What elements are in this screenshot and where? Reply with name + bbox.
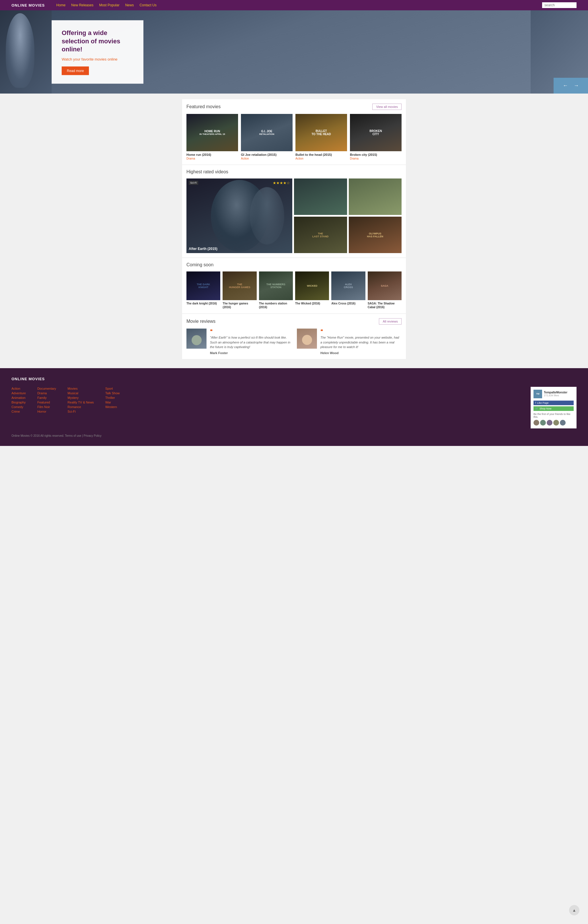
footer-link-war[interactable]: War <box>105 401 120 404</box>
shop-icon: 🛒 <box>535 407 539 410</box>
footer-link-western[interactable]: Western <box>105 405 120 409</box>
coming-title-0: The dark knight (2016) <box>186 302 220 305</box>
coming-poster-5: SAGA <box>368 271 402 300</box>
fb-label: Like Page <box>537 401 549 404</box>
footer-mini-avatars <box>534 420 574 426</box>
shop-now-bar[interactable]: 🛒 Shop Now <box>534 406 574 411</box>
footer: ONLINE MOVIES Action Adventure Animation… <box>0 368 588 446</box>
footer-link-comedy[interactable]: Comedy <box>12 405 26 409</box>
coming-title-3: The Wicked (2016) <box>295 302 329 305</box>
footer-link-drama[interactable]: Drama <box>37 391 56 395</box>
mini-avatar-2 <box>540 420 546 426</box>
reviews-grid: ❝ "After Earth" is how a perfect sci-fi … <box>186 328 402 355</box>
hero-next-button[interactable]: → <box>574 82 579 89</box>
highest-rated-title: Highest rated videos <box>186 169 228 175</box>
coming-soon-grid: THE DARKKNIGHT The dark knight (2016) TH… <box>186 271 402 309</box>
coming-card-3[interactable]: WICKED The Wicked (2016) <box>295 271 329 309</box>
poster-text-bullet: BULLETTO THE HEAD <box>295 114 347 151</box>
review-text-1: The "Home Run" movie, presented on your … <box>320 335 402 350</box>
footer-link-reality[interactable]: Reality TV & News <box>68 401 94 404</box>
movie-card-broken[interactable]: BROKENCITY Broken city (2015) Drama <box>350 114 402 160</box>
hero-content-box: Offering a wide selection of movies onli… <box>52 20 143 84</box>
footer-link-action[interactable]: Action <box>12 387 26 390</box>
footer-link-romance[interactable]: Romance <box>68 405 94 409</box>
footer-link-animation[interactable]: Animation <box>12 396 26 399</box>
hero-prev-button[interactable]: ← <box>563 82 568 89</box>
footer-content: Action Adventure Animation Biography Com… <box>12 387 576 429</box>
coming-title-5: SAGA: The Shadow Cabal (2016) <box>368 302 402 309</box>
movie-title-broken: Broken city (2015) <box>350 153 402 157</box>
nav-contact[interactable]: Contact Us <box>139 3 156 7</box>
header: ONLINE MOVIES Home New Releases Most Pop… <box>0 0 588 10</box>
highest-rated-header: Highest rated videos <box>186 169 402 175</box>
nav-news[interactable]: News <box>125 3 133 7</box>
movie-poster-bullet: BULLETTO THE HEAD <box>295 114 347 151</box>
rated-small-card-1[interactable]: ★★★★★ <box>294 178 347 215</box>
view-all-movies-button[interactable]: View all movies <box>372 104 402 110</box>
footer-link-thriller[interactable]: Thriller <box>105 396 120 399</box>
footer-link-mystery[interactable]: Mystery <box>68 396 94 399</box>
review-content-1: ❝ The "Home Run" movie, presented on you… <box>320 328 402 355</box>
rated-small-card-2[interactable] <box>349 178 402 215</box>
coming-poster-1: THEHUNGER GAMES <box>222 271 257 300</box>
facebook-like-bar[interactable]: f Like Page <box>534 401 574 405</box>
hero-read-more-button[interactable]: Read more <box>62 66 89 75</box>
footer-col-3: Sport Talk Show Thriller War Western <box>105 387 120 429</box>
hero-title: Offering a wide selection of movies onli… <box>62 29 133 54</box>
footer-link-family[interactable]: Family <box>37 396 56 399</box>
nav-most-popular[interactable]: Most Popular <box>99 3 120 7</box>
coming-title-4: Alex Cross (2016) <box>331 302 365 305</box>
footer-link-musical[interactable]: Musical <box>68 391 94 395</box>
review-card-1: ❝ The "Home Run" movie, presented on you… <box>297 328 402 355</box>
review-content-0: ❝ "After Earth" is how a perfect sci-fi … <box>210 328 291 355</box>
rated-large-card[interactable]: Sci-Fi ★★★★☆ After Earth (2015) Sci-Fi ★… <box>186 178 292 253</box>
review-avatar-1 <box>297 328 317 349</box>
footer-link-scifi[interactable]: Sci-Fi <box>68 410 94 413</box>
footer-link-talk-show[interactable]: Talk Show <box>105 391 120 395</box>
all-reviews-button[interactable]: All reviews <box>379 318 402 325</box>
footer-link-horror[interactable]: Horror <box>37 410 56 413</box>
nav-home[interactable]: Home <box>56 3 65 7</box>
featured-title: Featured movies <box>186 104 221 109</box>
coming-card-0[interactable]: THE DARKKNIGHT The dark knight (2016) <box>186 271 220 309</box>
fb-icon: f <box>535 401 536 404</box>
rated-grid: Sci-Fi ★★★★☆ After Earth (2015) Sci-Fi ★… <box>186 178 402 253</box>
rated-small-card-4[interactable]: OLYMPUSHAS FALLEN <box>349 217 402 253</box>
rated-genre-label-overlay: Sci-Fi <box>189 181 198 185</box>
movie-card-gijoe[interactable]: G.I. JOERETALIATION GI Joe retaliation (… <box>241 114 293 160</box>
coming-soon-section: Coming soon THE DARKKNIGHT The dark knig… <box>182 258 406 314</box>
widget-friends-text: Be the first of your friends to like thi… <box>534 412 574 418</box>
highest-rated-section: Highest rated videos Sci-Fi ★★★★☆ After … <box>182 165 406 257</box>
hero-subtitle: Watch your favorite movies online <box>62 57 133 61</box>
nav-new-releases[interactable]: New Releases <box>71 3 93 7</box>
movie-genre-bullet: Action <box>295 157 347 160</box>
reviews-header: Movie reviews All reviews <box>186 318 402 325</box>
coming-card-1[interactable]: THEHUNGER GAMES The hunger games (2016) <box>222 271 257 309</box>
footer-link-crime[interactable]: Crime <box>12 410 26 413</box>
coming-title-1: The hunger games (2016) <box>222 302 257 309</box>
movie-card-homerun[interactable]: HOME RUNIN THEATERS APRIL 19 Home run (2… <box>186 114 238 160</box>
footer-link-featured[interactable]: Featured <box>37 401 56 404</box>
poster-text-homerun: HOME RUNIN THEATERS APRIL 19 <box>186 114 238 151</box>
reviews-section: Movie reviews All reviews ❝ "After Earth… <box>182 314 406 359</box>
coming-soon-title: Coming soon <box>186 262 213 267</box>
coming-card-5[interactable]: SAGA SAGA: The Shadow Cabal (2016) <box>368 271 402 309</box>
search-input[interactable] <box>542 2 576 8</box>
footer-logo: ONLINE MOVIES <box>12 377 576 381</box>
coming-poster-4: ALEXCROSS <box>331 271 365 300</box>
featured-movies-grid: HOME RUNIN THEATERS APRIL 19 Home run (2… <box>186 114 402 160</box>
footer-link-sport[interactable]: Sport <box>105 387 120 390</box>
featured-section: Featured movies View all movies HOME RUN… <box>182 99 406 165</box>
rated-small-card-3[interactable]: THELAST STAND <box>294 217 347 253</box>
footer-link-movies[interactable]: Movies <box>68 387 94 390</box>
movie-card-bullet[interactable]: BULLETTO THE HEAD Bullet to the head (20… <box>295 114 347 160</box>
footer-link-adventure[interactable]: Adventure <box>12 391 26 395</box>
footer-link-film-noir[interactable]: Film Noir <box>37 405 56 409</box>
footer-col-1: Documentary Drama Family Featured Film N… <box>37 387 56 429</box>
coming-card-4[interactable]: ALEXCROSS Alex Cross (2016) <box>331 271 365 309</box>
coming-soon-header: Coming soon <box>186 262 402 267</box>
footer-link-biography[interactable]: Biography <box>12 401 26 404</box>
main-nav: Home New Releases Most Popular News Cont… <box>56 3 542 7</box>
coming-card-2[interactable]: THE NUMBERSSTATION The numbers station (… <box>259 271 293 309</box>
footer-link-documentary[interactable]: Documentary <box>37 387 56 390</box>
